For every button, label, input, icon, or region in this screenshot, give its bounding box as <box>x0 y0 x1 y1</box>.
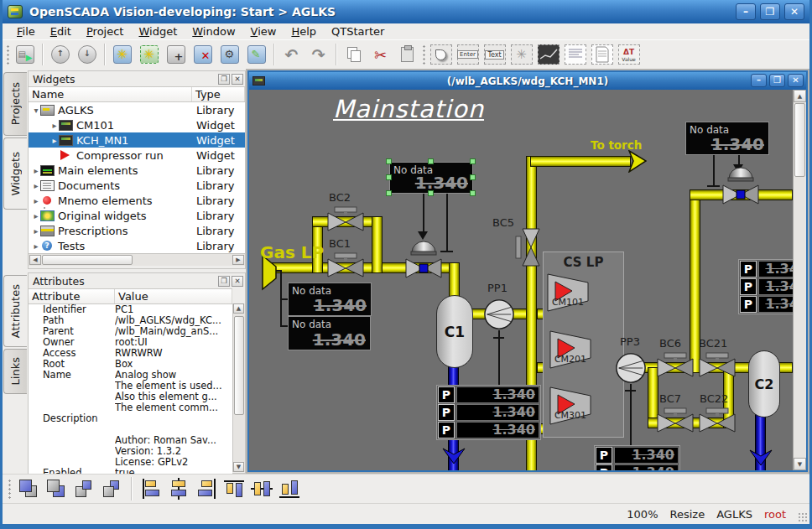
valve-bc5[interactable] <box>515 228 540 267</box>
bc1-label[interactable]: BC1 <box>329 237 351 250</box>
elem-protocol-icon[interactable] <box>563 43 587 67</box>
minimize-button[interactable]: – <box>736 3 756 20</box>
control-valve-2[interactable] <box>721 165 761 207</box>
selection-handle[interactable] <box>470 158 476 164</box>
pipe[interactable] <box>530 156 631 167</box>
title-bar[interactable]: OpenSCADA Vision-developing: Start > AGL… <box>3 0 809 23</box>
pipe[interactable] <box>372 216 383 273</box>
column-value[interactable]: Value <box>115 289 232 303</box>
tree-row-tests[interactable]: ▸TestsLibrary <box>29 238 245 253</box>
attr-row[interactable]: Path/wlb_AGLKS/wdg_KC... <box>29 315 232 326</box>
attr-row[interactable]: Version: 1.3.2 <box>29 446 232 457</box>
scroll-thumb[interactable] <box>42 255 133 265</box>
tree-row-compressor-run[interactable]: Compressor runWidget <box>29 148 245 163</box>
display-left-1[interactable]: No data1.340 <box>288 283 372 316</box>
selection-handle[interactable] <box>386 190 392 196</box>
attr-row[interactable]: Author: Roman Sav... <box>29 435 232 446</box>
control-valve-1[interactable] <box>403 239 444 281</box>
elem-function-icon[interactable]: ΔTValue <box>617 43 641 67</box>
menu-qtstarter[interactable]: QTStarter <box>324 24 392 39</box>
widget-up-icon[interactable] <box>73 478 95 500</box>
child-close-button[interactable]: ✕ <box>788 74 804 87</box>
valve-bc6[interactable] <box>656 352 695 377</box>
toolbar-drag-handle[interactable] <box>8 479 12 499</box>
expand-arrow[interactable]: ▸ <box>32 241 40 251</box>
expand-arrow[interactable]: ▸ <box>32 181 40 190</box>
menu-edit[interactable]: Edit <box>43 24 79 39</box>
selection-handle[interactable] <box>428 190 434 196</box>
close-panel-icon[interactable]: ✕ <box>232 74 243 85</box>
scroll-up-icon[interactable]: ▲ <box>233 303 244 314</box>
vessel-c1[interactable]: C1 <box>436 295 473 368</box>
widgets-panel-title[interactable]: Widgets ❐ ✕ <box>29 71 245 86</box>
new-widget-icon[interactable]: ✳ <box>137 43 161 67</box>
valve-bc21[interactable] <box>698 352 737 377</box>
pressure-group-right[interactable]: P1.340 P1.340 P1.340 <box>738 259 793 314</box>
scroll-thumb[interactable] <box>794 103 805 177</box>
tree-horizontal-scrollbar[interactable]: ◀ ▶ <box>29 253 245 266</box>
menu-widget[interactable]: Widget <box>131 24 185 39</box>
float-panel-icon[interactable]: ❐ <box>218 74 230 85</box>
attr-row[interactable]: IdentifierPC1 <box>29 304 232 315</box>
scroll-down-icon[interactable]: ▼ <box>233 462 244 472</box>
elem-form-icon[interactable]: Enter <box>455 43 480 67</box>
load-from-db-icon[interactable]: ▤▶ <box>13 43 37 67</box>
expand-arrow[interactable]: ▸ <box>32 196 40 205</box>
attr-row[interactable]: RootBox <box>29 359 232 370</box>
align-v-center-icon[interactable] <box>251 478 273 500</box>
expand-arrow[interactable]: ▸ <box>50 121 59 130</box>
undo-icon[interactable]: ↶ <box>279 43 304 67</box>
scroll-right-icon[interactable]: ▶ <box>232 255 244 265</box>
tree-row-cm101[interactable]: ▸CM101Widget <box>29 117 245 132</box>
elem-text-icon[interactable]: Text <box>482 43 507 67</box>
valve-bc2[interactable] <box>326 206 365 231</box>
attr-row[interactable]: License: GPLv2 <box>29 457 232 468</box>
vessel-c2[interactable]: C2 <box>748 350 780 417</box>
widget-raise-icon[interactable] <box>18 478 39 500</box>
display-left-2[interactable]: No data1.340 <box>288 316 371 350</box>
elem-shape-icon[interactable] <box>429 43 453 67</box>
valve-bc7[interactable] <box>656 407 695 433</box>
attr-header[interactable]: Attribute Value <box>29 288 232 304</box>
save-icon[interactable]: ↓ <box>75 43 99 67</box>
align-top-icon[interactable] <box>223 478 245 500</box>
bc21-label[interactable]: BC21 <box>699 337 727 350</box>
align-left-icon[interactable] <box>140 478 162 500</box>
column-name[interactable]: Name <box>29 87 192 101</box>
column-attribute[interactable]: Attribute <box>29 289 115 303</box>
selection-handle[interactable] <box>428 158 434 164</box>
align-bottom-icon[interactable] <box>278 478 300 500</box>
tab-attributes[interactable]: Attributes <box>3 275 27 347</box>
expand-arrow[interactable]: ▾ <box>32 106 40 115</box>
align-right-icon[interactable] <box>195 478 217 500</box>
expand-arrow[interactable]: ▸ <box>32 166 40 175</box>
bc7-label[interactable]: BC7 <box>659 392 681 405</box>
pressure-group-bottom[interactable]: P1.340 P1.340 <box>594 445 680 470</box>
bc6-label[interactable]: BC6 <box>659 337 681 350</box>
tab-links[interactable]: Links <box>3 349 27 394</box>
attr-row[interactable]: Also this element g... <box>29 392 232 402</box>
expand-arrow[interactable]: ▸ <box>32 226 40 236</box>
float-panel-icon[interactable]: ❐ <box>218 276 230 287</box>
attr-row[interactable]: The element is used... <box>29 381 232 392</box>
selection-handle[interactable] <box>470 174 476 180</box>
canvas-title[interactable]: Mainstation <box>333 95 484 123</box>
pp3-label[interactable]: PP3 <box>620 335 640 348</box>
attr-row[interactable]: The element comm... <box>29 402 232 413</box>
expand-arrow[interactable]: ▸ <box>50 136 59 145</box>
menu-window[interactable]: Window <box>185 24 242 39</box>
maximize-button[interactable]: ❐ <box>760 3 780 20</box>
column-type[interactable]: Type <box>192 87 245 101</box>
child-minimize-button[interactable]: – <box>751 74 767 87</box>
tree-row-main-elements[interactable]: ▸Main elementsLibrary <box>29 163 245 178</box>
pp1-label[interactable]: PP1 <box>487 282 508 294</box>
view-project-icon[interactable]: ✳ <box>110 43 134 67</box>
toolbar-drag-handle[interactable] <box>6 44 10 65</box>
scroll-left-icon[interactable]: ◀ <box>29 255 41 265</box>
selection-handle[interactable] <box>386 158 392 164</box>
menu-view[interactable]: View <box>243 24 284 39</box>
valve-bc22[interactable] <box>698 407 737 433</box>
attributes-panel-title[interactable]: Attributes ❐ ✕ <box>29 273 245 288</box>
pump-pp1[interactable] <box>483 298 515 330</box>
toolbar-drag-handle-2[interactable] <box>422 44 426 65</box>
